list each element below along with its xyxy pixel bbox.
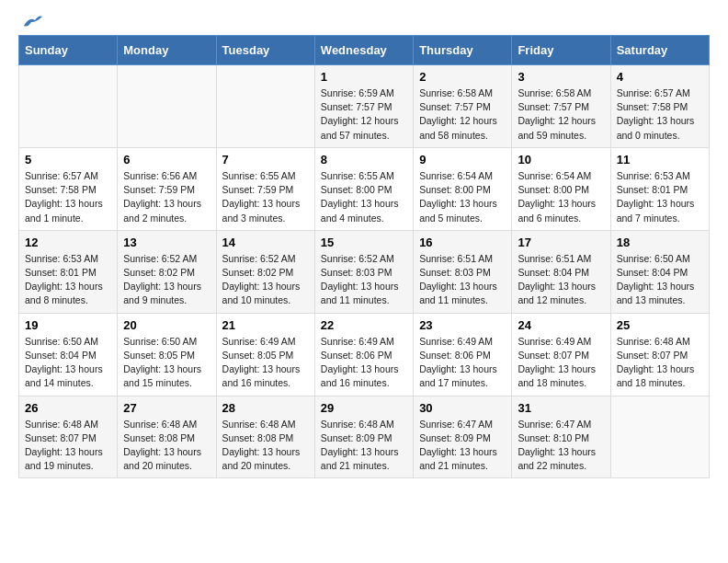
day-info: Sunrise: 6:48 AMSunset: 8:07 PMDaylight:…: [617, 335, 703, 391]
calendar-cell-w4-d4: 22Sunrise: 6:49 AMSunset: 8:06 PMDayligh…: [314, 313, 413, 396]
day-info: Sunrise: 6:55 AMSunset: 8:00 PMDaylight:…: [321, 169, 407, 225]
day-info: Sunrise: 6:59 AMSunset: 7:57 PMDaylight:…: [321, 86, 407, 143]
day-info: Sunrise: 6:54 AMSunset: 8:00 PMDaylight:…: [419, 169, 506, 225]
day-info: Sunrise: 6:51 AMSunset: 8:03 PMDaylight:…: [419, 252, 506, 308]
day-info: Sunrise: 6:48 AMSunset: 8:08 PMDaylight:…: [123, 418, 210, 474]
calendar-cell-w3-d7: 18Sunrise: 6:50 AMSunset: 8:04 PMDayligh…: [610, 230, 709, 313]
calendar-cell-w4-d5: 23Sunrise: 6:49 AMSunset: 8:06 PMDayligh…: [414, 313, 512, 396]
week-row-1: 1Sunrise: 6:59 AMSunset: 7:57 PMDaylight…: [19, 65, 710, 148]
day-info: Sunrise: 6:52 AMSunset: 8:02 PMDaylight:…: [222, 252, 309, 308]
day-number: 21: [222, 318, 309, 332]
calendar-cell-w4-d7: 25Sunrise: 6:48 AMSunset: 8:07 PMDayligh…: [610, 313, 709, 396]
calendar-cell-w5-d2: 27Sunrise: 6:48 AMSunset: 8:08 PMDayligh…: [118, 396, 216, 478]
logo-bird-icon: [22, 15, 42, 29]
day-info: Sunrise: 6:49 AMSunset: 8:07 PMDaylight:…: [518, 335, 604, 391]
calendar-cell-w1-d5: 2Sunrise: 6:58 AMSunset: 7:57 PMDaylight…: [414, 65, 512, 148]
calendar-cell-w5-d6: 31Sunrise: 6:47 AMSunset: 8:10 PMDayligh…: [512, 396, 610, 478]
day-number: 15: [321, 236, 407, 249]
calendar-header-row: Sunday Monday Tuesday Wednesday Thursday…: [19, 36, 710, 65]
day-number: 13: [123, 236, 210, 249]
day-info: Sunrise: 6:55 AMSunset: 7:59 PMDaylight:…: [222, 169, 309, 225]
calendar-cell-w2-d7: 11Sunrise: 6:53 AMSunset: 8:01 PMDayligh…: [610, 147, 709, 230]
day-info: Sunrise: 6:47 AMSunset: 8:10 PMDaylight:…: [518, 418, 604, 474]
day-number: 27: [123, 401, 210, 415]
day-info: Sunrise: 6:49 AMSunset: 8:06 PMDaylight:…: [321, 335, 407, 391]
day-info: Sunrise: 6:52 AMSunset: 8:02 PMDaylight:…: [123, 252, 210, 308]
day-number: 23: [419, 318, 506, 332]
day-info: Sunrise: 6:50 AMSunset: 8:04 PMDaylight:…: [617, 252, 703, 308]
calendar-cell-w1-d6: 3Sunrise: 6:58 AMSunset: 7:57 PMDaylight…: [512, 65, 610, 148]
calendar-cell-w5-d7: [610, 396, 709, 478]
day-number: 18: [617, 236, 703, 249]
week-row-5: 26Sunrise: 6:48 AMSunset: 8:07 PMDayligh…: [19, 396, 710, 478]
col-friday: Friday: [512, 36, 610, 65]
day-info: Sunrise: 6:52 AMSunset: 8:03 PMDaylight:…: [321, 252, 407, 308]
calendar-cell-w4-d1: 19Sunrise: 6:50 AMSunset: 8:04 PMDayligh…: [19, 313, 118, 396]
day-number: 6: [123, 153, 210, 167]
calendar-table: Sunday Monday Tuesday Wednesday Thursday…: [18, 35, 710, 478]
day-info: Sunrise: 6:58 AMSunset: 7:57 PMDaylight:…: [419, 86, 506, 143]
day-info: Sunrise: 6:50 AMSunset: 8:04 PMDaylight:…: [25, 335, 111, 391]
calendar-cell-w5-d1: 26Sunrise: 6:48 AMSunset: 8:07 PMDayligh…: [19, 396, 118, 478]
day-info: Sunrise: 6:48 AMSunset: 8:07 PMDaylight:…: [25, 418, 111, 474]
col-tuesday: Tuesday: [216, 36, 314, 65]
col-sunday: Sunday: [19, 36, 118, 65]
calendar-cell-w1-d7: 4Sunrise: 6:57 AMSunset: 7:58 PMDaylight…: [610, 65, 709, 148]
calendar-cell-w4-d6: 24Sunrise: 6:49 AMSunset: 8:07 PMDayligh…: [512, 313, 610, 396]
calendar-cell-w3-d5: 16Sunrise: 6:51 AMSunset: 8:03 PMDayligh…: [414, 230, 512, 313]
week-row-4: 19Sunrise: 6:50 AMSunset: 8:04 PMDayligh…: [19, 313, 710, 396]
day-number: 2: [419, 70, 506, 84]
day-number: 7: [222, 153, 309, 167]
day-number: 9: [419, 153, 506, 167]
day-number: 30: [419, 401, 506, 415]
day-number: 5: [25, 153, 111, 167]
calendar-cell-w5-d5: 30Sunrise: 6:47 AMSunset: 8:09 PMDayligh…: [414, 396, 512, 478]
day-number: 22: [321, 318, 407, 332]
day-number: 8: [321, 153, 407, 167]
calendar-cell-w2-d2: 6Sunrise: 6:56 AMSunset: 7:59 PMDaylight…: [118, 147, 216, 230]
day-info: Sunrise: 6:50 AMSunset: 8:05 PMDaylight:…: [123, 335, 210, 391]
day-number: 1: [321, 70, 407, 84]
calendar-cell-w2-d6: 10Sunrise: 6:54 AMSunset: 8:00 PMDayligh…: [512, 147, 610, 230]
calendar-cell-w2-d5: 9Sunrise: 6:54 AMSunset: 8:00 PMDaylight…: [414, 147, 512, 230]
day-number: 29: [321, 401, 407, 415]
day-info: Sunrise: 6:53 AMSunset: 8:01 PMDaylight:…: [25, 252, 111, 308]
day-number: 14: [222, 236, 309, 249]
day-number: 26: [25, 401, 111, 415]
calendar-cell-w1-d3: [216, 65, 314, 148]
day-number: 28: [222, 401, 309, 415]
day-info: Sunrise: 6:54 AMSunset: 8:00 PMDaylight:…: [518, 169, 604, 225]
col-thursday: Thursday: [414, 36, 512, 65]
calendar-cell-w5-d3: 28Sunrise: 6:48 AMSunset: 8:08 PMDayligh…: [216, 396, 314, 478]
calendar-cell-w3-d2: 13Sunrise: 6:52 AMSunset: 8:02 PMDayligh…: [118, 230, 216, 313]
calendar-cell-w3-d6: 17Sunrise: 6:51 AMSunset: 8:04 PMDayligh…: [512, 230, 610, 313]
calendar-cell-w3-d1: 12Sunrise: 6:53 AMSunset: 8:01 PMDayligh…: [19, 230, 118, 313]
calendar-cell-w3-d3: 14Sunrise: 6:52 AMSunset: 8:02 PMDayligh…: [216, 230, 314, 313]
day-number: 17: [518, 236, 604, 249]
calendar-cell-w2-d4: 8Sunrise: 6:55 AMSunset: 8:00 PMDaylight…: [314, 147, 413, 230]
day-number: 25: [617, 318, 703, 332]
day-number: 3: [518, 70, 604, 84]
day-number: 16: [419, 236, 506, 249]
day-number: 4: [617, 70, 703, 84]
calendar-cell-w5-d4: 29Sunrise: 6:48 AMSunset: 8:09 PMDayligh…: [314, 396, 413, 478]
calendar-cell-w2-d3: 7Sunrise: 6:55 AMSunset: 7:59 PMDaylight…: [216, 147, 314, 230]
day-info: Sunrise: 6:49 AMSunset: 8:05 PMDaylight:…: [222, 335, 309, 391]
calendar-cell-w1-d2: [118, 65, 216, 148]
day-number: 12: [25, 236, 111, 249]
day-info: Sunrise: 6:48 AMSunset: 8:08 PMDaylight:…: [222, 418, 309, 474]
calendar-cell-w2-d1: 5Sunrise: 6:57 AMSunset: 7:58 PMDaylight…: [19, 147, 118, 230]
day-info: Sunrise: 6:49 AMSunset: 8:06 PMDaylight:…: [419, 335, 506, 391]
day-info: Sunrise: 6:47 AMSunset: 8:09 PMDaylight:…: [419, 418, 506, 474]
calendar-cell-w3-d4: 15Sunrise: 6:52 AMSunset: 8:03 PMDayligh…: [314, 230, 413, 313]
col-wednesday: Wednesday: [314, 36, 413, 65]
day-number: 19: [25, 318, 111, 332]
day-info: Sunrise: 6:57 AMSunset: 7:58 PMDaylight:…: [25, 169, 111, 225]
col-monday: Monday: [118, 36, 216, 65]
day-number: 24: [518, 318, 604, 332]
week-row-2: 5Sunrise: 6:57 AMSunset: 7:58 PMDaylight…: [19, 147, 710, 230]
logo: [18, 18, 42, 26]
day-info: Sunrise: 6:51 AMSunset: 8:04 PMDaylight:…: [518, 252, 604, 308]
calendar-cell-w4-d3: 21Sunrise: 6:49 AMSunset: 8:05 PMDayligh…: [216, 313, 314, 396]
day-info: Sunrise: 6:53 AMSunset: 8:01 PMDaylight:…: [617, 169, 703, 225]
